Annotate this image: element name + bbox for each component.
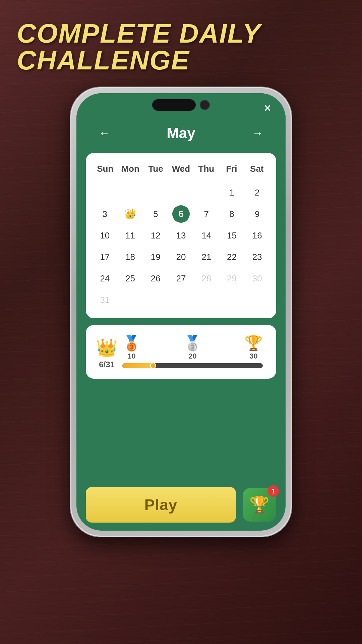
phone-top-bar: × [76,93,286,117]
cal-day-19[interactable]: 19 [143,247,168,267]
close-icon: × [264,102,271,114]
cal-day-10[interactable]: 10 [93,225,117,246]
cal-day-31[interactable]: 31 [93,289,117,310]
bottom-section: Play 🏆 1 [76,479,286,531]
cal-day-7[interactable]: 7 [194,204,219,224]
cal-day-empty [194,289,219,310]
days-of-week-row: Sun Mon Tue Wed Thu Fri Sat [93,161,269,177]
reward-bronze: 🥉 10 [122,334,141,361]
progress-marker [150,363,156,369]
cal-day-empty [118,289,143,310]
dow-sun: Sun [93,161,118,177]
cal-day-empty [169,182,193,203]
cal-day-16[interactable]: 16 [245,225,269,246]
cal-day-26[interactable]: 26 [143,268,168,289]
cal-day-14[interactable]: 14 [194,225,219,246]
calendar-header: ← May → [76,117,286,153]
cal-day-9[interactable]: 9 [245,204,269,224]
page-title: COMPLETE DAILY CHALLENGE [17,20,261,74]
close-button[interactable]: × [259,100,276,116]
month-title: May [167,125,195,142]
title-line2: CHALLENGE [17,47,261,74]
cal-day-21[interactable]: 21 [194,247,219,267]
reward-crown: 👑 6/31 [96,337,118,369]
dow-mon: Mon [118,161,143,177]
today-circle: 6 [172,205,190,223]
cal-day-empty [93,182,117,203]
calendar-grid: 1 2 3 👑 5 6 7 8 9 10 11 12 13 14 [93,182,269,310]
prev-month-button[interactable]: ← [93,123,116,143]
cal-day-6-today[interactable]: 6 [169,204,193,224]
cal-day-empty [118,182,143,203]
dow-sat: Sat [244,161,269,177]
gold-trophy-icon: 🏆 [244,334,263,352]
cal-day-23[interactable]: 23 [245,247,269,267]
cal-day-20[interactable]: 20 [169,247,193,267]
reward-gold: 🏆 30 [244,334,263,361]
cal-day-empty [143,289,168,310]
cal-day-empty [245,289,269,310]
cal-day-18[interactable]: 18 [118,247,143,267]
camera-dot [200,100,210,110]
reward-30-label: 30 [249,352,257,361]
phone-screen: × ← May → Sun Mon Tue Wed Thu Fri Sat [76,93,286,531]
reward-silver: 🥈 20 [183,334,202,361]
progress-bar-track [122,363,263,368]
phone-frame: × ← May → Sun Mon Tue Wed Thu Fri Sat [70,87,292,537]
reward-crown-label: 6/31 [99,360,115,369]
cal-day-15[interactable]: 15 [220,225,244,246]
cal-day-empty [194,182,219,203]
cal-day-28[interactable]: 28 [194,268,219,289]
silver-trophy-icon: 🥈 [183,334,202,352]
trophy-icon: 🏆 [249,495,269,514]
cal-day-13[interactable]: 13 [169,225,193,246]
cal-day-24[interactable]: 24 [93,268,117,289]
cal-day-empty [143,182,168,203]
reward-10-label: 10 [127,352,135,361]
progress-section: 🥉 10 🥈 20 🏆 30 [122,334,263,369]
next-month-button[interactable]: → [246,123,269,143]
progress-bar-fill [122,363,153,368]
dow-fri: Fri [219,161,244,177]
play-button[interactable]: Play [86,487,236,523]
cal-day-27[interactable]: 27 [169,268,193,289]
dow-wed: Wed [168,161,193,177]
reward-icons-row: 🥉 10 🥈 20 🏆 30 [122,334,263,361]
rewards-card: 👑 6/31 🥉 10 🥈 20 [86,325,276,379]
cal-day-empty [220,289,244,310]
dow-thu: Thu [194,161,219,177]
cal-day-3[interactable]: 3 [93,204,117,224]
calendar-card: Sun Mon Tue Wed Thu Fri Sat 1 2 3 [86,153,276,318]
cal-day-29[interactable]: 29 [220,268,244,289]
reward-20-label: 20 [188,352,196,361]
trophy-button[interactable]: 🏆 1 [243,488,276,522]
notch-area [152,99,210,111]
cal-day-11[interactable]: 11 [118,225,143,246]
cal-day-5[interactable]: 5 [143,204,168,224]
cal-day-1[interactable]: 1 [220,182,244,203]
cal-day-4[interactable]: 👑 [118,204,143,224]
cal-day-17[interactable]: 17 [93,247,117,267]
cal-day-12[interactable]: 12 [143,225,168,246]
cal-day-2[interactable]: 2 [245,182,269,203]
pill-notch [152,99,196,111]
trophy-badge-count: 1 [267,485,279,497]
bronze-trophy-icon: 🥉 [122,334,141,352]
title-line1: COMPLETE DAILY [17,20,261,47]
cal-day-30[interactable]: 30 [245,268,269,289]
cal-day-empty [169,289,193,310]
crown-icon: 👑 [124,209,136,219]
cal-day-8[interactable]: 8 [220,204,244,224]
cal-day-22[interactable]: 22 [220,247,244,267]
crown-reward-icon: 👑 [96,337,118,358]
rewards-row: 👑 6/31 🥉 10 🥈 20 [96,334,266,369]
dow-tue: Tue [143,161,168,177]
cal-day-25[interactable]: 25 [118,268,143,289]
